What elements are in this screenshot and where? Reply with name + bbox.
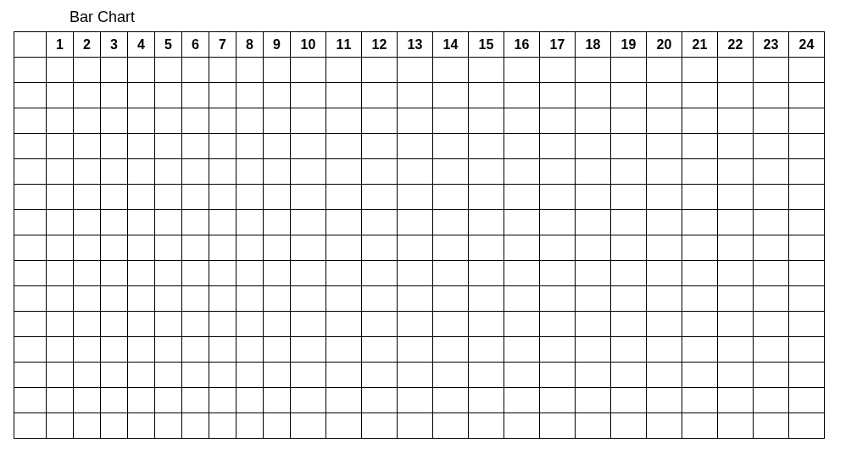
grid-cell	[540, 235, 576, 261]
grid-cell	[398, 261, 433, 286]
grid-row	[14, 185, 825, 210]
grid-cell	[433, 83, 469, 108]
grid-cell	[264, 312, 291, 337]
grid-cell	[128, 388, 155, 413]
grid-cell	[362, 108, 398, 134]
grid-cell	[576, 185, 611, 210]
grid-cell	[326, 134, 362, 159]
header-cell: 14	[433, 32, 469, 58]
grid-cell	[101, 363, 128, 388]
grid-cell	[291, 261, 326, 286]
grid-cell	[264, 413, 291, 439]
grid-cell	[362, 363, 398, 388]
grid-cell	[540, 58, 576, 83]
grid-cell	[540, 413, 576, 439]
header-cell: 16	[504, 32, 540, 58]
grid-cell	[504, 210, 540, 235]
grid-cell	[291, 108, 326, 134]
grid-cell	[264, 185, 291, 210]
grid-row	[14, 388, 825, 413]
grid-cell	[647, 210, 682, 235]
grid-cell	[291, 159, 326, 185]
chart-title: Bar Chart	[70, 8, 868, 26]
grid-cell	[362, 337, 398, 363]
grid-cell	[647, 159, 682, 185]
grid-cell	[128, 159, 155, 185]
grid-cell	[128, 185, 155, 210]
grid-cell	[74, 235, 101, 261]
grid-cell	[611, 134, 647, 159]
grid-cell	[682, 58, 718, 83]
grid-cell	[128, 337, 155, 363]
header-cell: 4	[128, 32, 155, 58]
grid-cell	[789, 159, 825, 185]
grid-cell	[682, 337, 718, 363]
grid-cell	[14, 159, 47, 185]
grid-cell	[398, 286, 433, 312]
grid-cell	[101, 83, 128, 108]
grid-cell	[754, 337, 789, 363]
grid-cell	[576, 58, 611, 83]
grid-cell	[155, 58, 182, 83]
grid-cell	[398, 388, 433, 413]
grid-cell	[155, 83, 182, 108]
grid-cell	[576, 134, 611, 159]
grid-cell	[789, 363, 825, 388]
grid-cell	[264, 261, 291, 286]
grid-cell	[398, 108, 433, 134]
grid-cell	[682, 185, 718, 210]
grid-cell	[14, 58, 47, 83]
grid-cell	[682, 261, 718, 286]
grid-cell	[504, 185, 540, 210]
header-cell: 24	[789, 32, 825, 58]
grid-cell	[182, 261, 209, 286]
grid-cell	[718, 134, 754, 159]
grid-cell	[74, 312, 101, 337]
grid-cell	[789, 210, 825, 235]
header-cell: 18	[576, 32, 611, 58]
grid-cell	[433, 134, 469, 159]
grid-cell	[576, 210, 611, 235]
grid-cell	[47, 159, 74, 185]
grid-cell	[326, 83, 362, 108]
grid-cell	[47, 312, 74, 337]
grid-cell	[540, 388, 576, 413]
grid-cell	[789, 58, 825, 83]
header-cell: 17	[540, 32, 576, 58]
grid-cell	[718, 83, 754, 108]
header-cell: 8	[236, 32, 264, 58]
grid-cell	[398, 363, 433, 388]
grid-cell	[155, 235, 182, 261]
header-cell: 20	[647, 32, 682, 58]
header-cell: 22	[718, 32, 754, 58]
grid-cell	[682, 312, 718, 337]
grid-cell	[433, 312, 469, 337]
grid-cell	[504, 235, 540, 261]
grid-cell	[74, 261, 101, 286]
grid-cell	[789, 134, 825, 159]
grid-cell	[576, 261, 611, 286]
grid-cell	[128, 286, 155, 312]
grid-cell	[74, 58, 101, 83]
grid-cell	[326, 413, 362, 439]
grid-cell	[326, 261, 362, 286]
grid-cell	[576, 312, 611, 337]
grid-cell	[469, 134, 504, 159]
grid-cell	[433, 286, 469, 312]
grid-cell	[155, 312, 182, 337]
grid-cell	[469, 388, 504, 413]
grid-cell	[362, 312, 398, 337]
grid-row	[14, 413, 825, 439]
grid-cell	[398, 185, 433, 210]
grid-cell	[47, 261, 74, 286]
grid-cell	[47, 58, 74, 83]
grid-cell	[155, 413, 182, 439]
grid-cell	[209, 337, 236, 363]
grid-cell	[47, 210, 74, 235]
grid-cell	[398, 413, 433, 439]
grid-cell	[754, 108, 789, 134]
grid-cell	[182, 108, 209, 134]
grid-cell	[47, 388, 74, 413]
grid-cell	[74, 388, 101, 413]
grid-cell	[264, 337, 291, 363]
